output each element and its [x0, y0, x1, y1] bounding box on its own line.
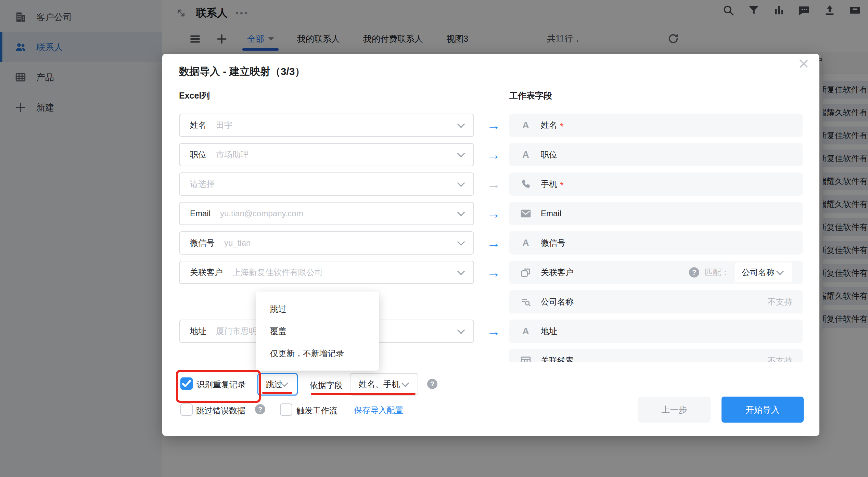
dedupe-action-select[interactable]: 跳过 — [257, 373, 298, 396]
excel-column-value: yu_tian — [224, 238, 251, 248]
excel-column-label: 职位 — [190, 149, 206, 160]
sheet-field: 手机* — [509, 172, 803, 196]
help-icon[interactable]: ? — [689, 267, 699, 278]
required-asterisk: * — [560, 184, 564, 187]
sheet-field: Email — [509, 202, 803, 225]
sheet-field-label: 微信号 — [541, 237, 565, 248]
sheet-field-label: Email — [541, 209, 561, 218]
by-field-value: 姓名、手机 — [359, 379, 400, 390]
dedupe-label: 识别重复记录 — [196, 379, 246, 390]
trigger-workflow-label: 触发工作流 — [296, 405, 337, 416]
dedupe-checkbox[interactable] — [180, 377, 193, 390]
arrow-right-icon: → — [481, 206, 507, 221]
excel-column-select[interactable]: 请选择 — [179, 172, 474, 196]
sheet-field-label: 关联线索 — [541, 355, 574, 362]
chevron-down-icon — [457, 208, 465, 216]
sheet-field-label: 关联客户 — [541, 267, 574, 278]
excel-column-select[interactable]: Emailyu.tian@company.com — [179, 202, 474, 225]
excel-column-value: yu.tian@company.com — [220, 209, 303, 218]
menu-option-跳过[interactable]: 跳过 — [256, 298, 379, 320]
sheet-field: A地址 — [509, 320, 803, 343]
sheet-field-label: 公司名称 — [541, 296, 574, 307]
start-import-button[interactable]: 开始导入 — [722, 397, 804, 423]
excel-column-value: 市场助理 — [216, 149, 249, 160]
duplicate-action-menu: 跳过覆盖仅更新，不新增记录 — [256, 292, 379, 371]
trigger-workflow-checkbox[interactable] — [280, 403, 292, 416]
sheet-field: A姓名* — [509, 114, 803, 137]
skip-error-checkbox[interactable] — [180, 403, 193, 416]
sheet-field-label: 手机 — [541, 179, 557, 190]
unsupported-badge: 不支持 — [768, 296, 792, 307]
excel-column-label: Email — [190, 209, 210, 218]
chevron-down-icon — [776, 267, 784, 275]
text-field-icon: A — [520, 325, 532, 337]
help-icon[interactable]: ? — [255, 404, 265, 414]
excel-column-label: 关联客户 — [190, 267, 223, 278]
excel-column-label: 姓名 — [190, 120, 206, 131]
text-field-icon: A — [520, 149, 532, 161]
phone-icon — [520, 178, 532, 190]
menu-option-覆盖[interactable]: 覆盖 — [256, 320, 379, 342]
chevron-down-icon — [457, 238, 465, 246]
arrow-right-icon: → — [481, 177, 507, 192]
chevron-down-icon — [457, 179, 465, 187]
match-controls: ?匹配：公司名称 — [689, 262, 792, 282]
text-field-icon: A — [520, 119, 532, 131]
arrow-right-icon: → — [481, 147, 507, 163]
chevron-down-icon — [457, 326, 465, 334]
chevron-down-icon — [457, 267, 465, 275]
by-field-label: 依据字段 — [310, 380, 343, 391]
dedupe-action-value: 跳过 — [266, 379, 282, 390]
excel-column-label: 地址 — [190, 326, 206, 337]
excel-column-label: 微信号 — [190, 237, 215, 248]
chevron-down-icon — [457, 150, 465, 157]
excel-column-select[interactable]: 姓名田宇 — [179, 114, 474, 137]
sheet-field: 关联线索不支持 — [509, 349, 803, 362]
chevron-down-icon — [457, 120, 465, 128]
by-field-select[interactable]: 姓名、手机 — [350, 373, 418, 396]
match-field-select[interactable]: 公司名称 — [735, 262, 792, 282]
email-icon — [520, 207, 532, 220]
relation-icon — [520, 266, 532, 279]
excel-column-select[interactable]: 关联客户上海新复佳软件有限公司 — [179, 261, 474, 284]
sheet-field-label: 姓名 — [541, 120, 557, 131]
excel-column-value: 请选择 — [190, 179, 215, 190]
match-label: 匹配： — [705, 267, 729, 278]
app-root: 客户公司联系人产品新建 联系人 全部我的联系人我的付费联系人视图3 共11行， … — [0, 0, 868, 477]
sheet-field: A职位 — [509, 143, 803, 166]
skip-error-label: 跳过错误数据 — [196, 405, 245, 416]
unsupported-badge: 不支持 — [768, 355, 792, 362]
sheet-field-label: 职位 — [541, 149, 557, 160]
text-field-icon: A — [520, 237, 532, 249]
menu-option-仅更新，不新增记录[interactable]: 仅更新，不新增记录 — [256, 342, 379, 364]
arrow-right-icon: → — [481, 265, 507, 280]
sheet-field: 公司名称不支持 — [509, 290, 803, 313]
required-asterisk: * — [560, 125, 564, 128]
chevron-down-icon — [401, 379, 409, 387]
prev-step-button[interactable]: 上一步 — [638, 397, 711, 423]
excel-column-select[interactable]: 职位市场助理 — [179, 143, 474, 166]
match-field-value: 公司名称 — [742, 267, 775, 278]
table-field-icon — [520, 354, 532, 362]
lookup-icon — [520, 296, 532, 308]
arrow-right-icon: → — [481, 118, 507, 133]
sheet-field: 关联客户?匹配：公司名称 — [509, 261, 803, 284]
save-config-link[interactable]: 保存导入配置 — [354, 405, 403, 416]
help-icon[interactable]: ? — [427, 379, 437, 389]
excel-column-value: 上海新复佳软件有限公司 — [232, 267, 323, 278]
excel-column-select[interactable]: 微信号yu_tian — [179, 231, 474, 255]
sheet-field-label: 地址 — [541, 326, 557, 337]
excel-column-value: 田宇 — [216, 120, 232, 131]
arrow-right-icon: → — [481, 235, 507, 251]
import-mapping-modal: × 数据导入 - 建立映射（3/3） Excel列 工作表字段 姓名田宇→A姓名… — [162, 54, 819, 436]
arrow-right-icon: → — [481, 324, 507, 339]
sheet-field: A微信号 — [509, 231, 803, 255]
